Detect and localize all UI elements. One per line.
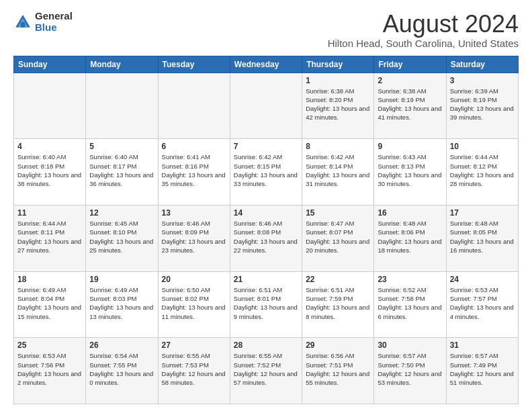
day-number: 1 <box>306 76 370 85</box>
col-monday: Monday <box>86 56 158 73</box>
day-number: 2 <box>378 76 442 85</box>
title-block: August 2024 Hilton Head, South Carolina,… <box>328 11 519 49</box>
day-info: Sunrise: 6:51 AM Sunset: 7:59 PM Dayligh… <box>306 285 370 321</box>
day-cell: 6Sunrise: 6:41 AM Sunset: 8:16 PM Daylig… <box>158 139 230 205</box>
day-info: Sunrise: 6:53 AM Sunset: 7:57 PM Dayligh… <box>450 285 515 321</box>
day-info: Sunrise: 6:49 AM Sunset: 8:03 PM Dayligh… <box>89 285 154 321</box>
day-info: Sunrise: 6:50 AM Sunset: 8:02 PM Dayligh… <box>162 285 226 321</box>
day-cell <box>86 73 158 139</box>
svg-rect-2 <box>21 22 25 28</box>
day-number: 11 <box>17 208 82 218</box>
day-cell: 21Sunrise: 6:51 AM Sunset: 8:01 PM Dayli… <box>230 271 302 338</box>
day-info: Sunrise: 6:49 AM Sunset: 8:04 PM Dayligh… <box>17 285 82 321</box>
day-cell: 28Sunrise: 6:55 AM Sunset: 7:52 PM Dayli… <box>230 338 302 404</box>
day-number: 3 <box>450 76 515 85</box>
day-info: Sunrise: 6:47 AM Sunset: 8:07 PM Dayligh… <box>306 219 370 255</box>
day-cell <box>14 73 86 139</box>
logo-icon <box>13 13 32 32</box>
day-number: 26 <box>89 340 154 350</box>
col-sunday: Sunday <box>14 56 86 73</box>
day-info: Sunrise: 6:52 AM Sunset: 7:58 PM Dayligh… <box>378 285 442 321</box>
day-info: Sunrise: 6:48 AM Sunset: 8:06 PM Dayligh… <box>378 219 442 255</box>
day-number: 17 <box>450 208 515 218</box>
calendar-table: Sunday Monday Tuesday Wednesday Thursday… <box>13 56 519 404</box>
day-cell: 10Sunrise: 6:44 AM Sunset: 8:12 PM Dayli… <box>446 139 518 205</box>
day-number: 19 <box>89 275 154 284</box>
day-info: Sunrise: 6:56 AM Sunset: 7:51 PM Dayligh… <box>306 351 370 387</box>
day-cell: 8Sunrise: 6:42 AM Sunset: 8:14 PM Daylig… <box>302 139 374 205</box>
day-info: Sunrise: 6:57 AM Sunset: 7:49 PM Dayligh… <box>450 351 515 387</box>
day-cell: 23Sunrise: 6:52 AM Sunset: 7:58 PM Dayli… <box>374 271 446 338</box>
day-number: 28 <box>234 340 298 350</box>
day-number: 22 <box>306 275 370 284</box>
day-cell: 20Sunrise: 6:50 AM Sunset: 8:02 PM Dayli… <box>158 271 230 338</box>
day-info: Sunrise: 6:48 AM Sunset: 8:05 PM Dayligh… <box>450 219 515 255</box>
day-info: Sunrise: 6:42 AM Sunset: 8:14 PM Dayligh… <box>306 152 370 188</box>
day-info: Sunrise: 6:38 AM Sunset: 8:19 PM Dayligh… <box>378 87 442 122</box>
day-number: 23 <box>378 275 442 284</box>
day-number: 12 <box>89 208 154 218</box>
day-cell <box>158 73 230 139</box>
day-number: 15 <box>306 208 370 218</box>
day-info: Sunrise: 6:54 AM Sunset: 7:55 PM Dayligh… <box>89 351 154 387</box>
day-number: 10 <box>450 142 515 151</box>
day-info: Sunrise: 6:43 AM Sunset: 8:13 PM Dayligh… <box>378 152 442 188</box>
day-cell <box>230 73 302 139</box>
day-cell: 2Sunrise: 6:38 AM Sunset: 8:19 PM Daylig… <box>374 73 446 139</box>
week-row-3: 11Sunrise: 6:44 AM Sunset: 8:11 PM Dayli… <box>14 205 519 271</box>
day-info: Sunrise: 6:41 AM Sunset: 8:16 PM Dayligh… <box>162 152 226 188</box>
day-cell: 4Sunrise: 6:40 AM Sunset: 8:18 PM Daylig… <box>14 139 86 205</box>
header: General Blue August 2024 Hilton Head, So… <box>13 11 519 49</box>
day-cell: 14Sunrise: 6:46 AM Sunset: 8:08 PM Dayli… <box>230 205 302 271</box>
calendar-header-row: Sunday Monday Tuesday Wednesday Thursday… <box>14 56 519 73</box>
day-cell: 30Sunrise: 6:57 AM Sunset: 7:50 PM Dayli… <box>374 338 446 404</box>
day-cell: 24Sunrise: 6:53 AM Sunset: 7:57 PM Dayli… <box>446 271 518 338</box>
day-info: Sunrise: 6:44 AM Sunset: 8:12 PM Dayligh… <box>450 152 515 188</box>
day-info: Sunrise: 6:44 AM Sunset: 8:11 PM Dayligh… <box>17 219 82 255</box>
day-info: Sunrise: 6:51 AM Sunset: 8:01 PM Dayligh… <box>234 285 298 321</box>
subtitle: Hilton Head, South Carolina, United Stat… <box>328 38 519 49</box>
day-number: 14 <box>234 208 298 218</box>
day-cell: 19Sunrise: 6:49 AM Sunset: 8:03 PM Dayli… <box>86 271 158 338</box>
logo-general-text: General <box>35 11 73 22</box>
day-number: 5 <box>89 142 154 151</box>
day-info: Sunrise: 6:46 AM Sunset: 8:09 PM Dayligh… <box>162 219 226 255</box>
col-friday: Friday <box>374 56 446 73</box>
day-cell: 5Sunrise: 6:40 AM Sunset: 8:17 PM Daylig… <box>86 139 158 205</box>
col-saturday: Saturday <box>446 56 518 73</box>
day-info: Sunrise: 6:46 AM Sunset: 8:08 PM Dayligh… <box>234 219 298 255</box>
day-number: 13 <box>162 208 226 218</box>
day-cell: 11Sunrise: 6:44 AM Sunset: 8:11 PM Dayli… <box>14 205 86 271</box>
day-info: Sunrise: 6:42 AM Sunset: 8:15 PM Dayligh… <box>234 152 298 188</box>
day-number: 4 <box>17 142 82 151</box>
day-info: Sunrise: 6:45 AM Sunset: 8:10 PM Dayligh… <box>89 219 154 255</box>
week-row-5: 25Sunrise: 6:53 AM Sunset: 7:56 PM Dayli… <box>14 338 519 404</box>
day-info: Sunrise: 6:55 AM Sunset: 7:52 PM Dayligh… <box>234 351 298 387</box>
logo-blue-text: Blue <box>35 22 73 34</box>
day-number: 31 <box>450 340 515 350</box>
logo-text: General Blue <box>35 11 73 33</box>
day-info: Sunrise: 6:40 AM Sunset: 8:18 PM Dayligh… <box>17 152 82 188</box>
day-number: 20 <box>162 275 226 284</box>
day-cell: 29Sunrise: 6:56 AM Sunset: 7:51 PM Dayli… <box>302 338 374 404</box>
day-info: Sunrise: 6:57 AM Sunset: 7:50 PM Dayligh… <box>378 351 442 387</box>
col-wednesday: Wednesday <box>230 56 302 73</box>
day-number: 6 <box>162 142 226 151</box>
col-tuesday: Tuesday <box>158 56 230 73</box>
day-info: Sunrise: 6:55 AM Sunset: 7:53 PM Dayligh… <box>162 351 226 387</box>
day-info: Sunrise: 6:53 AM Sunset: 7:56 PM Dayligh… <box>17 351 82 387</box>
day-number: 25 <box>17 340 82 350</box>
day-cell: 26Sunrise: 6:54 AM Sunset: 7:55 PM Dayli… <box>86 338 158 404</box>
week-row-4: 18Sunrise: 6:49 AM Sunset: 8:04 PM Dayli… <box>14 271 519 338</box>
day-number: 7 <box>234 142 298 151</box>
day-cell: 22Sunrise: 6:51 AM Sunset: 7:59 PM Dayli… <box>302 271 374 338</box>
day-cell: 1Sunrise: 6:38 AM Sunset: 8:20 PM Daylig… <box>302 73 374 139</box>
main-title: August 2024 <box>328 11 519 38</box>
day-number: 24 <box>450 275 515 284</box>
day-cell: 31Sunrise: 6:57 AM Sunset: 7:49 PM Dayli… <box>446 338 518 404</box>
day-cell: 7Sunrise: 6:42 AM Sunset: 8:15 PM Daylig… <box>230 139 302 205</box>
page: General Blue August 2024 Hilton Head, So… <box>0 0 532 411</box>
day-number: 27 <box>162 340 226 350</box>
calendar: Sunday Monday Tuesday Wednesday Thursday… <box>13 56 519 404</box>
day-info: Sunrise: 6:40 AM Sunset: 8:17 PM Dayligh… <box>89 152 154 188</box>
